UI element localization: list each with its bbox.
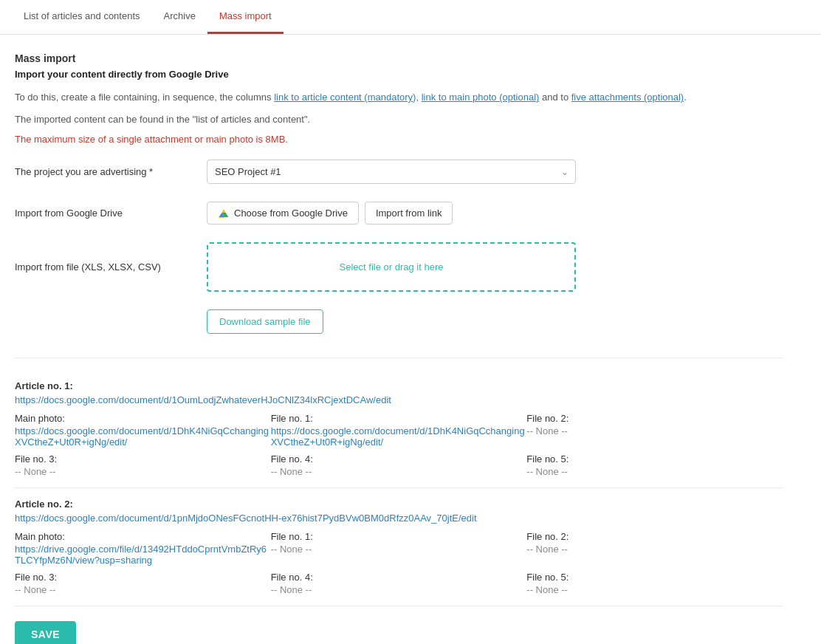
download-sample-row: Download sample file	[15, 309, 783, 352]
info-prefix: To do this, create a file containing, in…	[15, 92, 274, 103]
google-drive-buttons: Choose from Google Drive	[207, 202, 365, 225]
download-sample-button[interactable]: Download sample file	[207, 309, 323, 334]
article-2-file1-label: File no. 1:	[271, 531, 527, 542]
section-title: Mass import	[15, 52, 783, 64]
article-block-1: Article no. 1: https://docs.google.com/d…	[15, 370, 783, 488]
article-1-number: Article no. 1:	[15, 380, 783, 391]
article-1-file3-value: -- None --	[15, 466, 271, 477]
project-dropdown[interactable]: SEO Project #1 ⌄	[207, 160, 576, 184]
article-2-file5-value: -- None --	[526, 584, 783, 595]
project-select-wrapper: SEO Project #1 ⌄	[207, 160, 576, 184]
file-import-row: Import from file (XLS, XLSX, CSV) Select…	[15, 242, 783, 292]
info-link-attachments[interactable]: five attachments (optional)	[571, 92, 684, 103]
article-2-file1-value: -- None --	[271, 544, 527, 555]
article-1-file1-label: File no. 1:	[271, 413, 527, 424]
file-import-label: Import from file (XLS, XLSX, CSV)	[15, 261, 207, 273]
article-1-file1-value[interactable]: https://docs.google.com/document/d/1DhK4…	[271, 425, 527, 448]
info-link-photo[interactable]: link to main photo (optional)	[422, 92, 540, 103]
article-block-2: Article no. 2: https://docs.google.com/d…	[15, 488, 783, 606]
article-2-number: Article no. 2:	[15, 499, 783, 510]
choose-google-drive-label: Choose from Google Drive	[234, 208, 348, 219]
article-2-file3-label: File no. 3:	[15, 572, 271, 583]
article-1-file1-cell: File no. 1: https://docs.google.com/docu…	[271, 413, 527, 448]
article-2-file4-label: File no. 4:	[271, 572, 527, 583]
project-label: The project you are advertising *	[15, 166, 207, 177]
article-1-file3-cell: File no. 3: -- None --	[15, 453, 271, 477]
svg-marker-7	[221, 209, 225, 212]
article-2-main-photo-label: Main photo:	[15, 531, 271, 542]
tab-list[interactable]: List of articles and contents	[12, 0, 152, 34]
section-subtitle: Import your content directly from Google…	[15, 69, 783, 80]
article-1-link[interactable]: https://docs.google.com/document/d/1OumL…	[15, 394, 783, 405]
google-drive-row: Import from Google Drive	[15, 202, 783, 225]
file-dropzone[interactable]: Select file or drag it here	[207, 242, 576, 292]
google-drive-icon	[218, 208, 230, 219]
google-drive-label: Import from Google Drive	[15, 208, 207, 219]
article-1-main-photo-label: Main photo:	[15, 413, 271, 424]
article-1-main-photo-value[interactable]: https://docs.google.com/document/d/1DhK4…	[15, 425, 271, 448]
article-1-file2-label: File no. 2:	[526, 413, 783, 424]
tab-archive[interactable]: Archive	[152, 0, 207, 34]
article-1-file2-cell: File no. 2: -- None --	[526, 413, 783, 448]
article-2-file4-cell: File no. 4: -- None --	[271, 572, 527, 595]
article-1-file4-cell: File no. 4: -- None --	[271, 453, 527, 477]
article-1-main-photo-cell: Main photo: https://docs.google.com/docu…	[15, 413, 271, 448]
import-from-link-button[interactable]: Import from link	[365, 202, 453, 225]
info-link-mandatory[interactable]: link to article content (mandatory),	[274, 92, 419, 103]
article-1-file2-value: -- None --	[526, 425, 783, 436]
article-1-file3-label: File no. 3:	[15, 453, 271, 465]
article-2-file4-value: -- None --	[271, 584, 527, 595]
info-and: and to	[539, 92, 571, 103]
article-2-file5-label: File no. 5:	[526, 572, 783, 583]
article-2-file2-cell: File no. 2: -- None --	[526, 531, 783, 566]
article-2-main-photo-cell: Main photo: https://drive.google.com/fil…	[15, 531, 271, 566]
divider-1	[15, 357, 783, 358]
project-row: The project you are advertising * SEO Pr…	[15, 160, 783, 184]
article-2-file3-value: -- None --	[15, 584, 271, 595]
article-2-main-photo-value[interactable]: https://drive.google.com/file/d/13492HTd…	[15, 544, 271, 566]
project-select[interactable]: SEO Project #1	[207, 160, 576, 184]
dropzone-text: Select file or drag it here	[340, 261, 444, 273]
info-line-1: To do this, create a file containing, in…	[15, 90, 783, 105]
article-1-file5-label: File no. 5:	[526, 453, 783, 465]
article-1-files-grid: Main photo: https://docs.google.com/docu…	[15, 413, 783, 477]
choose-google-drive-button[interactable]: Choose from Google Drive	[207, 202, 359, 225]
tabs-bar: List of articles and contents Archive Ma…	[0, 0, 821, 35]
article-2-file2-label: File no. 2:	[526, 531, 783, 542]
article-1-file5-cell: File no. 5: -- None --	[526, 453, 783, 477]
article-2-file1-cell: File no. 1: -- None --	[271, 531, 527, 566]
article-2-file2-value: -- None --	[526, 544, 783, 555]
article-1-file4-value: -- None --	[271, 466, 527, 477]
info-period: .	[684, 92, 687, 103]
article-2-file5-cell: File no. 5: -- None --	[526, 572, 783, 595]
save-button[interactable]: SAVE	[15, 621, 76, 644]
main-content: Mass import Import your content directly…	[0, 35, 797, 644]
info-line-3: The maximum size of a single attachment …	[15, 134, 783, 145]
article-1-file4-label: File no. 4:	[271, 453, 527, 465]
article-1-file5-value: -- None --	[526, 466, 783, 477]
info-line-2: The imported content can be found in the…	[15, 112, 783, 127]
article-2-files-grid: Main photo: https://drive.google.com/fil…	[15, 531, 783, 595]
article-2-file3-cell: File no. 3: -- None --	[15, 572, 271, 595]
tab-mass-import[interactable]: Mass import	[207, 0, 284, 34]
article-2-link[interactable]: https://docs.google.com/document/d/1pnMj…	[15, 513, 783, 524]
